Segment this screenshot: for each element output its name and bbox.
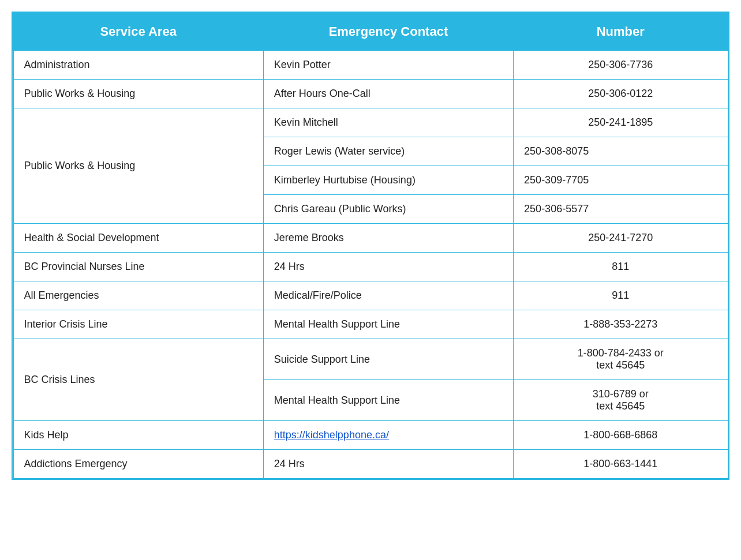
number-cell: 811 <box>514 253 728 281</box>
table-row: All EmergenciesMedical/Fire/Police911 <box>13 281 728 310</box>
service-area-cell: Kids Help <box>13 421 263 450</box>
number-cell: 1-888-353-2273 <box>514 310 728 339</box>
service-area-cell: Interior Crisis Line <box>13 310 263 339</box>
service-area-cell: Public Works & Housing <box>13 108 263 224</box>
service-area-cell: All Emergencies <box>13 281 263 310</box>
contact-cell: Mental Health Support Line <box>263 310 513 339</box>
table-row: Kids Helphttps://kidshelpphone.ca/1-800-… <box>13 421 728 450</box>
number-cell: 250-306-0122 <box>514 80 728 108</box>
contact-cell: After Hours One-Call <box>263 80 513 108</box>
service-area-cell: Health & Social Development <box>13 224 263 253</box>
number-cell: 250-306-7736 <box>514 50 728 80</box>
number-cell: 250-309-7705 <box>514 166 728 195</box>
number-cell: 250-241-7270 <box>514 224 728 253</box>
number-cell: 1-800-668-6868 <box>514 421 728 450</box>
service-area-cell: Public Works & Housing <box>13 80 263 108</box>
contact-cell[interactable]: https://kidshelpphone.ca/ <box>263 421 513 450</box>
table-row: Public Works & HousingKevin Mitchell250-… <box>13 108 728 137</box>
number-cell: 1-800-663-1441 <box>514 450 728 479</box>
header-number: Number <box>514 13 728 50</box>
number-cell: 911 <box>514 281 728 310</box>
table-row: Interior Crisis LineMental Health Suppor… <box>13 310 728 339</box>
table-row: Public Works & HousingAfter Hours One-Ca… <box>13 80 728 108</box>
service-area-cell: Administration <box>13 50 263 80</box>
number-cell: 250-241-1895 <box>514 108 728 137</box>
contact-cell: Kevin Potter <box>263 50 513 80</box>
number-cell: 1-800-784-2433 or text 45645 <box>514 339 728 380</box>
number-cell: 250-306-5577 <box>514 195 728 224</box>
service-area-cell: Addictions Emergency <box>13 450 263 479</box>
table-row: Health & Social DevelopmentJereme Brooks… <box>13 224 728 253</box>
service-area-cell: BC Crisis Lines <box>13 339 263 421</box>
contact-link[interactable]: https://kidshelpphone.ca/ <box>274 429 389 441</box>
header-service-area: Service Area <box>13 13 263 50</box>
contact-cell: Jereme Brooks <box>263 224 513 253</box>
table-row: BC Crisis LinesSuicide Support Line1-800… <box>13 339 728 380</box>
contact-cell: Medical/Fire/Police <box>263 281 513 310</box>
number-cell: 310-6789 or text 45645 <box>514 380 728 421</box>
table-row: AdministrationKevin Potter250-306-7736 <box>13 50 728 80</box>
number-cell: 250-308-8075 <box>514 137 728 166</box>
contact-cell: Kimberley Hurtubise (Housing) <box>263 166 513 195</box>
emergency-contacts-table: Service Area Emergency Contact Number Ad… <box>12 12 729 480</box>
service-area-cell: BC Provincial Nurses Line <box>13 253 263 281</box>
contact-cell: 24 Hrs <box>263 450 513 479</box>
header-emergency-contact: Emergency Contact <box>263 13 513 50</box>
contact-cell: 24 Hrs <box>263 253 513 281</box>
contact-cell: Suicide Support Line <box>263 339 513 380</box>
contact-cell: Chris Gareau (Public Works) <box>263 195 513 224</box>
table-row: BC Provincial Nurses Line24 Hrs811 <box>13 253 728 281</box>
contact-cell: Kevin Mitchell <box>263 108 513 137</box>
contact-cell: Mental Health Support Line <box>263 380 513 421</box>
contact-cell: Roger Lewis (Water service) <box>263 137 513 166</box>
table-row: Addictions Emergency24 Hrs1-800-663-1441 <box>13 450 728 479</box>
table-header-row: Service Area Emergency Contact Number <box>13 13 728 50</box>
